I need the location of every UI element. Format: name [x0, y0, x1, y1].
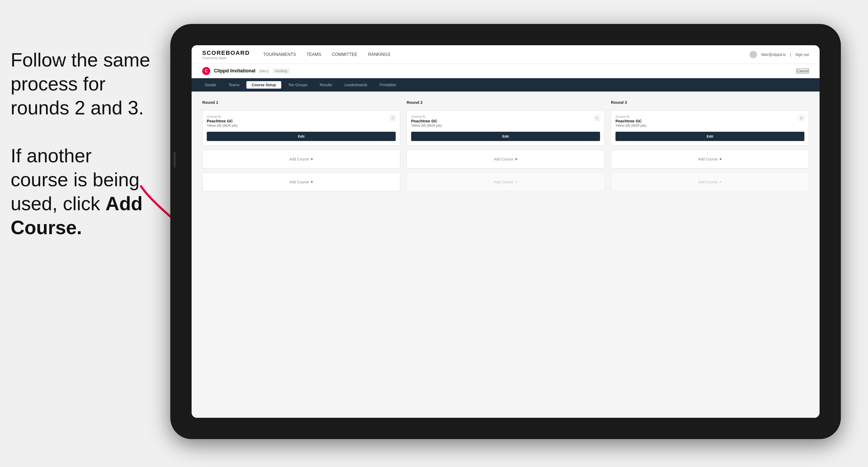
round-1-add-course-label-2: Add Course	[289, 180, 309, 184]
mens-label: (Men)	[259, 69, 269, 73]
round-2-column: Round 2 (Course A) Peachtree GC Yellow (…	[407, 100, 604, 191]
hosting-badge: Hosting	[273, 68, 290, 73]
round-3-course-card: (Course A) Peachtree GC Yellow (M) (6629…	[611, 111, 809, 146]
round-1-remove-button[interactable]: ⊡	[390, 115, 396, 121]
instruction-line1: Follow the same process for rounds 2 and…	[11, 49, 150, 118]
logo-main-text: SCOREBOARD	[202, 50, 250, 56]
round-3-course-name: Peachtree GC	[616, 119, 646, 123]
user-email: blair@clippd.io	[761, 53, 786, 57]
logo-sub-text: Powered by clippd	[202, 56, 250, 60]
tab-teams[interactable]: Teams	[223, 81, 245, 89]
round-1-course-info: (Course A) Peachtree GC Yellow (M) (6629…	[207, 115, 238, 131]
round-2-add-course-label-2: Add Course	[494, 180, 513, 184]
nav-left: SCOREBOARD Powered by clippd TOURNAMENTS…	[202, 50, 390, 60]
round-2-edit-button[interactable]: Edit	[411, 132, 600, 141]
round-1-add-course-1[interactable]: Add Course +	[202, 150, 400, 168]
round-2-add-course-label-1: Add Course	[494, 157, 513, 161]
round-2-add-course-1[interactable]: Add Course +	[407, 150, 604, 168]
round-3-plus-icon-1: +	[719, 157, 722, 161]
scoreboard-logo: SCOREBOARD Powered by clippd	[202, 50, 250, 60]
round-1-add-course-label-1: Add Course	[289, 157, 309, 161]
round-1-label: Round 1	[202, 100, 400, 104]
tablet-side-button	[174, 152, 176, 168]
round-1-course-detail: Yellow (M) (6629 yds)	[207, 124, 238, 127]
user-avatar	[750, 51, 757, 58]
round-2-plus-icon-1: +	[515, 157, 517, 161]
rounds-grid: Round 1 (Course A) Peachtree GC Yellow (…	[202, 100, 809, 191]
round-1-course-tag: (Course A)	[207, 115, 238, 118]
clippd-logo: C	[202, 67, 210, 75]
round-2-course-tag: (Course A)	[411, 115, 442, 118]
round-1-card-header: (Course A) Peachtree GC Yellow (M) (6629…	[207, 115, 396, 131]
round-2-course-info: (Course A) Peachtree GC Yellow (M) (6629…	[411, 115, 442, 131]
tablet-frame: SCOREBOARD Powered by clippd TOURNAMENTS…	[170, 24, 841, 439]
round-2-card-header: (Course A) Peachtree GC Yellow (M) (6629…	[411, 115, 600, 131]
round-1-plus-icon-1: +	[311, 157, 313, 161]
pipe-separator: |	[790, 53, 791, 57]
tab-leaderboards[interactable]: Leaderboards	[339, 81, 373, 89]
round-3-column: Round 3 (Course A) Peachtree GC Yellow (…	[611, 100, 809, 191]
round-1-edit-button[interactable]: Edit	[207, 132, 396, 141]
main-content: Round 1 (Course A) Peachtree GC Yellow (…	[192, 92, 819, 418]
round-2-course-card: (Course A) Peachtree GC Yellow (M) (6629…	[407, 111, 604, 146]
clippd-c-letter: C	[205, 69, 208, 73]
round-2-label: Round 2	[407, 100, 604, 104]
round-2-remove-button[interactable]: ⊡	[594, 115, 600, 121]
nav-link-committee[interactable]: COMMITTEE	[332, 51, 358, 58]
round-1-add-course-2[interactable]: Add Course +	[202, 173, 400, 191]
cancel-button[interactable]: Cancel	[796, 68, 809, 74]
round-3-add-course-label-1: Add Course	[698, 157, 718, 161]
tab-tee-groups[interactable]: Tee Groups	[283, 81, 313, 89]
round-1-column: Round 1 (Course A) Peachtree GC Yellow (…	[202, 100, 400, 191]
round-2-plus-icon-2: +	[515, 180, 517, 184]
nav-links: TOURNAMENTS TEAMS COMMITTEE RANKINGS	[263, 51, 390, 58]
sub-header-left: C Clippd Invitational (Men) Hosting	[202, 67, 290, 75]
round-3-edit-button[interactable]: Edit	[616, 132, 804, 141]
round-2-add-course-2: Add Course +	[407, 173, 604, 191]
tab-details[interactable]: Details	[199, 81, 222, 89]
round-3-add-course-2: Add Course +	[611, 173, 809, 191]
tab-results[interactable]: Results	[314, 81, 337, 89]
round-2-course-name: Peachtree GC	[411, 119, 442, 123]
sign-out-link[interactable]: Sign out	[795, 53, 809, 57]
round-1-plus-icon-2: +	[311, 180, 313, 184]
round-3-course-detail: Yellow (M) (6629 yds)	[616, 124, 646, 127]
nav-link-teams[interactable]: TEAMS	[307, 51, 321, 58]
round-3-remove-button[interactable]: ⊡	[799, 115, 804, 121]
nav-link-rankings[interactable]: RANKINGS	[368, 51, 390, 58]
round-3-plus-icon-2: +	[719, 180, 722, 184]
tab-course-setup[interactable]: Course Setup	[246, 81, 281, 89]
tournament-name: Clippd Invitational	[214, 68, 255, 74]
tab-printables[interactable]: Printables	[374, 81, 402, 89]
round-3-label: Round 3	[611, 100, 809, 104]
round-3-card-header: (Course A) Peachtree GC Yellow (M) (6629…	[616, 115, 804, 131]
instruction-text: Follow the same process for rounds 2 and…	[0, 42, 165, 245]
nav-right: blair@clippd.io | Sign out	[750, 51, 809, 58]
round-3-add-course-label-2: Add Course	[698, 180, 718, 184]
round-1-course-card: (Course A) Peachtree GC Yellow (M) (6629…	[202, 111, 400, 146]
round-3-add-course-1[interactable]: Add Course +	[611, 150, 809, 168]
round-1-course-name: Peachtree GC	[207, 119, 238, 123]
tab-bar: Details Teams Course Setup Tee Groups Re…	[192, 78, 819, 92]
top-nav: SCOREBOARD Powered by clippd TOURNAMENTS…	[192, 45, 819, 64]
nav-link-tournaments[interactable]: TOURNAMENTS	[263, 51, 296, 58]
sub-header: C Clippd Invitational (Men) Hosting Canc…	[192, 64, 819, 78]
round-2-course-detail: Yellow (M) (6629 yds)	[411, 124, 442, 127]
round-3-course-tag: (Course A)	[616, 115, 646, 118]
round-3-course-info: (Course A) Peachtree GC Yellow (M) (6629…	[616, 115, 646, 131]
tablet-screen: SCOREBOARD Powered by clippd TOURNAMENTS…	[192, 45, 819, 418]
